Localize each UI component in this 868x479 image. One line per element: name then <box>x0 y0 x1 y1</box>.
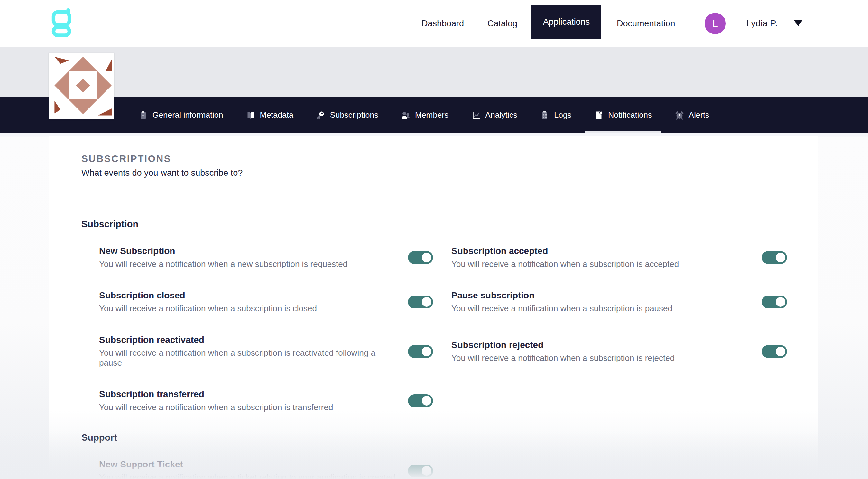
row-title: New Subscription <box>99 246 400 256</box>
row-description: You will receive a notification when a s… <box>99 304 400 313</box>
user-avatar[interactable]: L <box>705 13 726 34</box>
toggle-row-new-support-ticket: New Support Ticket You will receive a no… <box>82 459 433 479</box>
empty-grid-cell <box>452 459 787 479</box>
row-text: Subscription reactivated You will receiv… <box>99 335 400 368</box>
user-name[interactable]: Lydia P. <box>746 0 778 47</box>
nav-item-applications[interactable]: Applications <box>531 5 601 39</box>
nav-item-dashboard[interactable]: Dashboard <box>422 0 464 47</box>
toggle-knob <box>776 297 785 307</box>
toggle-new-support-ticket[interactable] <box>408 465 433 477</box>
tab-label: Members <box>415 111 448 120</box>
row-title: Subscription closed <box>99 290 400 301</box>
application-tab-bar: General information Metadata Subscriptio… <box>0 97 868 133</box>
row-text: Subscription rejected You will receive a… <box>452 340 754 363</box>
toggle-knob <box>776 347 785 356</box>
toggle-subscription-closed[interactable] <box>408 296 433 308</box>
tab-subscriptions[interactable]: Subscriptions <box>307 97 387 133</box>
gravitee-logo-icon[interactable] <box>52 8 72 37</box>
row-title: Pause subscription <box>452 290 754 301</box>
subscriptions-settings-card: SUBSCRIPTIONS What events do you want to… <box>49 137 818 479</box>
row-text: New Subscription You will receive a noti… <box>99 246 400 269</box>
application-identicon-avatar <box>49 53 114 119</box>
tab-analytics[interactable]: Analytics <box>462 97 526 133</box>
toggle-subscription-rejected[interactable] <box>762 345 787 358</box>
tab-members[interactable]: Members <box>392 97 457 133</box>
card-header: SUBSCRIPTIONS What events do you want to… <box>82 137 787 188</box>
card-heading: SUBSCRIPTIONS <box>82 153 787 164</box>
row-description: You will receive a notification when a s… <box>99 402 400 412</box>
tab-logs[interactable]: Logs <box>531 97 580 133</box>
toggle-knob <box>422 347 431 356</box>
empty-grid-cell <box>452 389 787 412</box>
row-description: You will receive a notification when a t… <box>99 473 400 479</box>
chevron-down-icon[interactable] <box>794 20 802 26</box>
application-header-band: Default application <box>0 47 868 97</box>
toggle-knob <box>422 466 431 476</box>
row-title: Subscription accepted <box>452 246 754 256</box>
tab-label: Metadata <box>260 111 293 120</box>
row-title: Subscription transferred <box>99 389 400 399</box>
group-heading-support: Support <box>82 432 787 443</box>
row-description: You will receive a notification when a n… <box>99 259 400 269</box>
toggle-knob <box>422 396 431 406</box>
toggle-knob <box>776 253 785 262</box>
key-icon <box>316 111 326 120</box>
app-root: Dashboard Catalog Applications Documenta… <box>0 0 868 479</box>
nav-item-catalog[interactable]: Catalog <box>487 0 517 47</box>
row-text: Subscription transferred You will receiv… <box>99 389 400 412</box>
toggle-row-subscription-reactivated: Subscription reactivated You will receiv… <box>82 335 433 368</box>
book-icon <box>246 111 255 120</box>
notifications-settings-page: SUBSCRIPTIONS What events do you want to… <box>0 133 868 479</box>
row-description: You will receive a notification when a s… <box>452 304 754 313</box>
row-text: Pause subscription You will receive a no… <box>452 290 754 313</box>
row-description: You will receive a notification when a s… <box>99 348 400 368</box>
tab-metadata[interactable]: Metadata <box>237 97 302 133</box>
toggle-subscription-transferred[interactable] <box>408 394 433 407</box>
tab-label: Subscriptions <box>330 111 378 120</box>
row-title: Subscription rejected <box>452 340 754 350</box>
toggle-row-subscription-rejected: Subscription rejected You will receive a… <box>452 335 787 368</box>
row-text: Subscription closed You will receive a n… <box>99 290 400 313</box>
toggle-new-subscription[interactable] <box>408 251 433 264</box>
line-chart-icon <box>471 111 480 120</box>
tab-alerts[interactable]: Alerts <box>666 97 718 133</box>
tab-notifications[interactable]: Notifications <box>585 97 660 133</box>
toggle-row-subscription-closed: Subscription closed You will receive a n… <box>82 290 433 313</box>
row-title: Subscription reactivated <box>99 335 400 345</box>
row-text: New Support Ticket You will receive a no… <box>99 459 400 479</box>
row-description: You will receive a notification when a s… <box>452 353 754 363</box>
toggle-knob <box>422 297 431 307</box>
user-menu-divider <box>689 6 689 40</box>
row-title: New Support Ticket <box>99 459 400 470</box>
list-clipboard-icon <box>540 111 550 120</box>
group-heading-subscription: Subscription <box>82 219 787 230</box>
nav-item-documentation[interactable]: Documentation <box>617 0 675 47</box>
toggle-row-new-subscription: New Subscription You will receive a noti… <box>82 246 433 269</box>
row-description: You will receive a notification when a s… <box>452 259 754 269</box>
toggle-row-pause-subscription: Pause subscription You will receive a no… <box>452 290 787 313</box>
toggle-row-subscription-accepted: Subscription accepted You will receive a… <box>452 246 787 269</box>
tab-general-information[interactable]: General information <box>130 97 232 133</box>
support-toggle-grid: New Support Ticket You will receive a no… <box>82 459 787 479</box>
tab-label: Notifications <box>608 111 652 120</box>
top-navigation-bar: Dashboard Catalog Applications Documenta… <box>0 0 868 47</box>
people-icon <box>401 111 410 120</box>
toggle-knob <box>422 253 431 262</box>
card-subheading: What events do you want to subscribe to? <box>82 168 787 178</box>
toggle-row-subscription-transferred: Subscription transferred You will receiv… <box>82 389 433 412</box>
toggle-pause-subscription[interactable] <box>762 296 787 308</box>
clipboard-icon <box>138 111 148 120</box>
toggle-subscription-reactivated[interactable] <box>408 345 433 358</box>
tab-label: General information <box>153 111 223 120</box>
tab-label: Logs <box>554 111 571 120</box>
page-alert-icon <box>594 111 603 120</box>
tab-label: Analytics <box>485 111 517 120</box>
toggle-subscription-accepted[interactable] <box>762 251 787 264</box>
row-text: Subscription accepted You will receive a… <box>452 246 754 269</box>
alarm-clock-icon <box>675 111 684 120</box>
tab-label: Alerts <box>689 111 709 120</box>
subscription-toggle-grid: New Subscription You will receive a noti… <box>82 246 787 412</box>
active-tab-indicator <box>585 131 660 133</box>
